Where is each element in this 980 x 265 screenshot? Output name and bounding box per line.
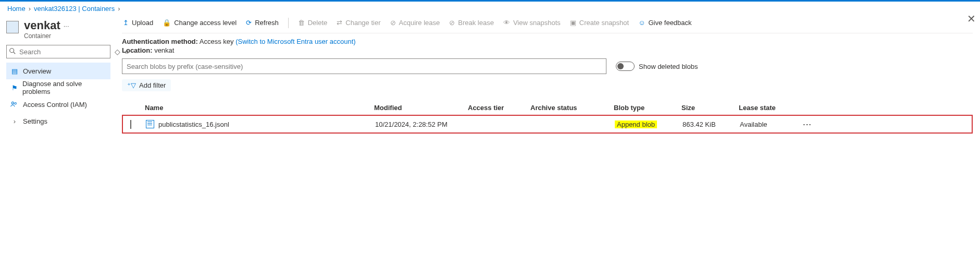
feedback-button[interactable]: ☺Give feedback bbox=[638, 19, 691, 27]
delete-button: 🗑Delete bbox=[298, 19, 328, 27]
switch-auth-link[interactable]: (Switch to Microsoft Entra user account) bbox=[235, 38, 355, 45]
nav-label: Diagnose and solve problems bbox=[22, 80, 106, 95]
feedback-icon: ☺ bbox=[638, 19, 645, 27]
separator bbox=[288, 18, 289, 28]
blob-type: Append blob bbox=[615, 121, 657, 128]
col-type[interactable]: Blob type bbox=[614, 104, 681, 112]
nav-overview[interactable]: ▤ Overview bbox=[6, 63, 110, 79]
break-lease-button: ⊘Break lease bbox=[449, 19, 494, 27]
refresh-button[interactable]: ⟳Refresh bbox=[246, 19, 279, 27]
blob-modified: 10/21/2024, 2:28:52 PM bbox=[375, 121, 469, 128]
crumb-storage[interactable]: venkat326123 | Containers bbox=[34, 5, 115, 13]
change-access-button[interactable]: 🔒Change access level bbox=[163, 19, 237, 27]
close-button[interactable]: ✕ bbox=[967, 13, 976, 25]
col-size[interactable]: Size bbox=[681, 104, 739, 112]
svg-point-2 bbox=[11, 102, 14, 104]
search-icon bbox=[9, 47, 16, 55]
chevron-right-icon: › bbox=[118, 5, 120, 13]
toggle-label: Show deleted blobs bbox=[639, 63, 698, 70]
trash-icon: 🗑 bbox=[298, 19, 305, 27]
col-modified[interactable]: Modified bbox=[374, 104, 468, 112]
show-deleted-toggle[interactable]: Show deleted blobs bbox=[616, 62, 698, 71]
upload-icon: ↥ bbox=[123, 19, 129, 27]
lock-icon: 🔒 bbox=[163, 19, 171, 27]
nav-label: Overview bbox=[23, 67, 51, 75]
lease-acquire-icon: ⊘ bbox=[390, 19, 396, 27]
blob-size: 863.42 KiB bbox=[683, 121, 740, 128]
nav-diagnose[interactable]: ⚑ Diagnose and solve problems bbox=[6, 79, 110, 96]
change-tier-button: ⇄Change tier bbox=[337, 19, 380, 27]
snapshot-icon: ▣ bbox=[570, 19, 576, 27]
eye-icon: 👁 bbox=[503, 19, 510, 27]
lease-break-icon: ⊘ bbox=[449, 19, 455, 27]
overview-icon: ▤ bbox=[10, 67, 19, 75]
blob-search-input[interactable] bbox=[122, 58, 606, 74]
diagnose-icon: ⚑ bbox=[10, 84, 18, 92]
col-name[interactable]: Name bbox=[145, 104, 374, 112]
svg-point-3 bbox=[15, 103, 17, 105]
toggle-icon bbox=[616, 62, 635, 71]
nav-search-input[interactable] bbox=[6, 45, 110, 58]
chevron-right-icon: › bbox=[10, 117, 19, 125]
more-button[interactable]: ··· bbox=[60, 22, 69, 30]
row-more-button[interactable]: ··· bbox=[797, 121, 818, 128]
create-snapshot-button: ▣Create snapshot bbox=[570, 19, 629, 27]
nav-settings[interactable]: › Settings bbox=[6, 113, 110, 129]
grid-header: Name Modified Access tier Archive status… bbox=[122, 101, 973, 115]
col-archive[interactable]: Archive status bbox=[530, 104, 614, 112]
file-icon bbox=[146, 120, 154, 128]
col-lease[interactable]: Lease state bbox=[739, 104, 796, 112]
nav-label: Settings bbox=[23, 117, 47, 125]
view-snapshots-button: 👁View snapshots bbox=[503, 19, 561, 27]
row-checkbox[interactable] bbox=[130, 120, 131, 129]
swap-icon: ⇄ bbox=[337, 19, 342, 27]
refresh-icon: ⟳ bbox=[246, 19, 252, 27]
toolbar: ↥Upload 🔒Change access level ⟳Refresh 🗑D… bbox=[122, 13, 973, 33]
people-icon bbox=[10, 101, 19, 108]
chevron-right-icon: › bbox=[29, 5, 31, 13]
filter-icon: ⁺▽ bbox=[127, 81, 136, 89]
crumb-home[interactable]: Home bbox=[7, 5, 26, 13]
svg-point-0 bbox=[10, 49, 14, 53]
location: Location: venkat bbox=[122, 46, 973, 55]
svg-line-1 bbox=[14, 52, 16, 54]
blob-lease: Available bbox=[740, 121, 797, 128]
page-subtitle: Container bbox=[24, 32, 69, 40]
col-tier[interactable]: Access tier bbox=[468, 104, 530, 112]
nav-iam[interactable]: Access Control (IAM) bbox=[6, 96, 110, 113]
breadcrumb: Home › venkat326123 | Containers › bbox=[0, 2, 980, 13]
container-icon bbox=[6, 21, 19, 33]
page-title: venkat bbox=[24, 19, 60, 32]
blob-name[interactable]: publicstatistics_16.jsonl bbox=[158, 121, 229, 128]
acquire-lease-button: ⊘Acquire lease bbox=[390, 19, 440, 27]
add-filter-button[interactable]: ⁺▽ Add filter bbox=[122, 79, 171, 91]
page-header: venkat ··· Container bbox=[6, 17, 110, 45]
nav-label: Access Control (IAM) bbox=[23, 101, 87, 109]
auth-method: Authentication method: Access key (Switc… bbox=[122, 33, 973, 46]
upload-button[interactable]: ↥Upload bbox=[123, 19, 153, 27]
table-row[interactable]: publicstatistics_16.jsonl 10/21/2024, 2:… bbox=[122, 115, 973, 134]
